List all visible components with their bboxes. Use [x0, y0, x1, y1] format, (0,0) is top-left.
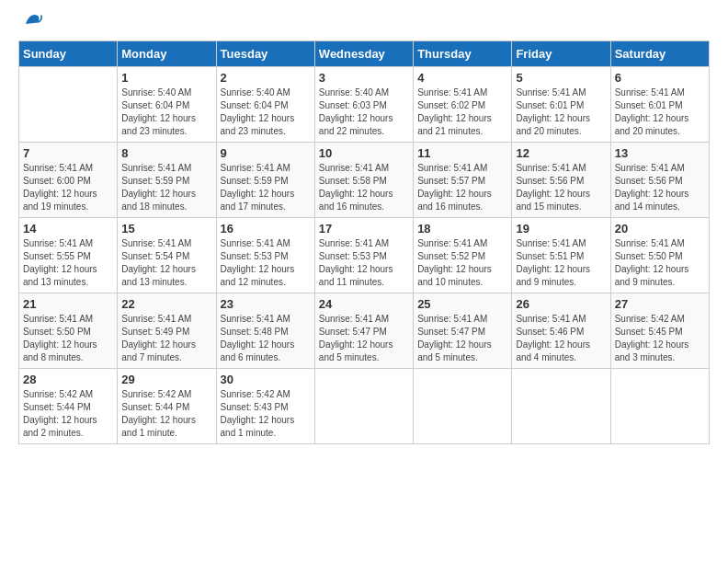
calendar-cell: 26Sunrise: 5:41 AM Sunset: 5:46 PM Dayli…: [512, 293, 610, 369]
col-header-monday: Monday: [118, 41, 216, 67]
calendar-week-row: 14Sunrise: 5:41 AM Sunset: 5:55 PM Dayli…: [19, 218, 710, 293]
day-info: Sunrise: 5:41 AM Sunset: 5:53 PM Dayligh…: [221, 237, 311, 289]
day-info: Sunrise: 5:41 AM Sunset: 5:51 PM Dayligh…: [516, 237, 606, 289]
calendar-cell: 21Sunrise: 5:41 AM Sunset: 5:50 PM Dayli…: [19, 293, 118, 369]
col-header-thursday: Thursday: [414, 41, 512, 67]
col-header-saturday: Saturday: [610, 41, 709, 67]
day-info: Sunrise: 5:41 AM Sunset: 5:52 PM Dayligh…: [417, 237, 507, 289]
calendar-cell: 15Sunrise: 5:41 AM Sunset: 5:54 PM Dayli…: [118, 218, 216, 293]
day-number: 27: [615, 297, 705, 311]
day-number: 15: [121, 222, 211, 236]
calendar-cell: 23Sunrise: 5:41 AM Sunset: 5:48 PM Dayli…: [216, 293, 314, 369]
calendar-cell: 29Sunrise: 5:42 AM Sunset: 5:44 PM Dayli…: [118, 369, 216, 444]
calendar-cell: 3Sunrise: 5:40 AM Sunset: 6:03 PM Daylig…: [314, 67, 413, 143]
page-header: [18, 18, 710, 31]
calendar-cell: 11Sunrise: 5:41 AM Sunset: 5:57 PM Dayli…: [414, 143, 512, 218]
calendar-header-row: SundayMondayTuesdayWednesdayThursdayFrid…: [19, 41, 710, 67]
day-info: Sunrise: 5:41 AM Sunset: 5:50 PM Dayligh…: [615, 237, 705, 289]
calendar-cell: 10Sunrise: 5:41 AM Sunset: 5:58 PM Dayli…: [314, 143, 413, 218]
day-info: Sunrise: 5:42 AM Sunset: 5:44 PM Dayligh…: [121, 388, 211, 440]
day-info: Sunrise: 5:41 AM Sunset: 5:55 PM Dayligh…: [23, 237, 113, 289]
calendar-cell: 18Sunrise: 5:41 AM Sunset: 5:52 PM Dayli…: [414, 218, 512, 293]
day-info: Sunrise: 5:41 AM Sunset: 6:01 PM Dayligh…: [615, 86, 705, 138]
calendar-week-row: 7Sunrise: 5:41 AM Sunset: 6:00 PM Daylig…: [19, 143, 710, 218]
day-number: 6: [615, 71, 705, 85]
calendar-week-row: 28Sunrise: 5:42 AM Sunset: 5:44 PM Dayli…: [19, 369, 710, 444]
calendar-cell: 25Sunrise: 5:41 AM Sunset: 5:47 PM Dayli…: [414, 293, 512, 369]
calendar-cell: 28Sunrise: 5:42 AM Sunset: 5:44 PM Dayli…: [19, 369, 118, 444]
day-number: 21: [23, 297, 113, 311]
calendar-cell: [512, 369, 610, 444]
day-number: 20: [615, 222, 705, 236]
day-number: 12: [516, 146, 606, 160]
day-info: Sunrise: 5:41 AM Sunset: 5:47 PM Dayligh…: [319, 313, 409, 364]
calendar-cell: 4Sunrise: 5:41 AM Sunset: 6:02 PM Daylig…: [414, 67, 512, 143]
day-info: Sunrise: 5:42 AM Sunset: 5:45 PM Dayligh…: [615, 313, 705, 364]
day-info: Sunrise: 5:41 AM Sunset: 5:56 PM Dayligh…: [516, 162, 606, 213]
calendar-cell: 7Sunrise: 5:41 AM Sunset: 6:00 PM Daylig…: [19, 143, 118, 218]
day-info: Sunrise: 5:41 AM Sunset: 6:02 PM Dayligh…: [417, 86, 507, 138]
day-info: Sunrise: 5:41 AM Sunset: 5:49 PM Dayligh…: [121, 313, 211, 364]
day-number: 25: [417, 297, 507, 311]
day-info: Sunrise: 5:41 AM Sunset: 5:48 PM Dayligh…: [221, 313, 311, 364]
col-header-wednesday: Wednesday: [314, 41, 413, 67]
day-number: 8: [121, 146, 211, 160]
day-number: 7: [23, 146, 113, 160]
day-info: Sunrise: 5:41 AM Sunset: 5:47 PM Dayligh…: [417, 313, 507, 364]
day-number: 11: [417, 146, 507, 160]
day-number: 19: [516, 222, 606, 236]
col-header-tuesday: Tuesday: [216, 41, 314, 67]
calendar-cell: [314, 369, 413, 444]
day-info: Sunrise: 5:41 AM Sunset: 5:54 PM Dayligh…: [121, 237, 211, 289]
logo-text: [18, 18, 44, 31]
calendar-cell: [610, 369, 709, 444]
day-number: 26: [516, 297, 606, 311]
day-info: Sunrise: 5:41 AM Sunset: 6:00 PM Dayligh…: [23, 162, 113, 213]
calendar-cell: 14Sunrise: 5:41 AM Sunset: 5:55 PM Dayli…: [19, 218, 118, 293]
calendar-week-row: 1Sunrise: 5:40 AM Sunset: 6:04 PM Daylig…: [19, 67, 710, 143]
calendar-cell: 30Sunrise: 5:42 AM Sunset: 5:43 PM Dayli…: [216, 369, 314, 444]
calendar-cell: 24Sunrise: 5:41 AM Sunset: 5:47 PM Dayli…: [314, 293, 413, 369]
day-number: 18: [417, 222, 507, 236]
day-info: Sunrise: 5:41 AM Sunset: 6:01 PM Dayligh…: [516, 86, 606, 138]
day-number: 29: [121, 373, 211, 386]
day-number: 17: [319, 222, 409, 236]
calendar-cell: 17Sunrise: 5:41 AM Sunset: 5:53 PM Dayli…: [314, 218, 413, 293]
day-number: 23: [221, 297, 311, 311]
day-info: Sunrise: 5:42 AM Sunset: 5:43 PM Dayligh…: [221, 388, 311, 440]
day-number: 22: [121, 297, 211, 311]
day-number: 1: [121, 71, 211, 85]
day-info: Sunrise: 5:40 AM Sunset: 6:03 PM Dayligh…: [319, 86, 409, 138]
calendar-cell: 2Sunrise: 5:40 AM Sunset: 6:04 PM Daylig…: [216, 67, 314, 143]
day-number: 9: [221, 146, 311, 160]
col-header-friday: Friday: [512, 41, 610, 67]
day-info: Sunrise: 5:41 AM Sunset: 5:46 PM Dayligh…: [516, 313, 606, 364]
calendar-cell: 20Sunrise: 5:41 AM Sunset: 5:50 PM Dayli…: [610, 218, 709, 293]
day-info: Sunrise: 5:42 AM Sunset: 5:44 PM Dayligh…: [23, 388, 113, 440]
day-number: 3: [319, 71, 409, 85]
day-number: 30: [221, 373, 311, 386]
day-info: Sunrise: 5:41 AM Sunset: 5:56 PM Dayligh…: [615, 162, 705, 213]
day-number: 13: [615, 146, 705, 160]
day-number: 5: [516, 71, 606, 85]
calendar-cell: 8Sunrise: 5:41 AM Sunset: 5:59 PM Daylig…: [118, 143, 216, 218]
day-info: Sunrise: 5:41 AM Sunset: 5:53 PM Dayligh…: [319, 237, 409, 289]
calendar-week-row: 21Sunrise: 5:41 AM Sunset: 5:50 PM Dayli…: [19, 293, 710, 369]
calendar-cell: 22Sunrise: 5:41 AM Sunset: 5:49 PM Dayli…: [118, 293, 216, 369]
day-number: 24: [319, 297, 409, 311]
col-header-sunday: Sunday: [19, 41, 118, 67]
calendar-cell: 9Sunrise: 5:41 AM Sunset: 5:59 PM Daylig…: [216, 143, 314, 218]
day-info: Sunrise: 5:41 AM Sunset: 5:59 PM Dayligh…: [221, 162, 311, 213]
calendar-table: SundayMondayTuesdayWednesdayThursdayFrid…: [18, 40, 710, 444]
logo-icon: [22, 9, 44, 31]
calendar-cell: 1Sunrise: 5:40 AM Sunset: 6:04 PM Daylig…: [118, 67, 216, 143]
day-info: Sunrise: 5:41 AM Sunset: 5:50 PM Dayligh…: [23, 313, 113, 364]
calendar-cell: 12Sunrise: 5:41 AM Sunset: 5:56 PM Dayli…: [512, 143, 610, 218]
calendar-cell: [19, 67, 118, 143]
day-number: 28: [23, 373, 113, 386]
day-info: Sunrise: 5:41 AM Sunset: 5:59 PM Dayligh…: [121, 162, 211, 213]
day-number: 14: [23, 222, 113, 236]
calendar-cell: [414, 369, 512, 444]
day-number: 10: [319, 146, 409, 160]
day-info: Sunrise: 5:40 AM Sunset: 6:04 PM Dayligh…: [121, 86, 211, 138]
